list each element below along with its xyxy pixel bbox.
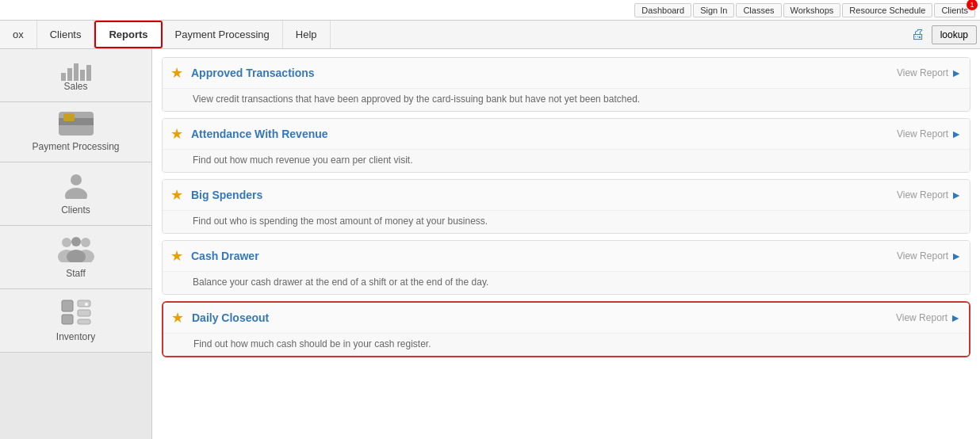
sidebar-item-staff[interactable]: Staff: [0, 226, 151, 289]
svg-point-3: [71, 174, 82, 185]
chevron-right-icon: ►: [951, 250, 962, 262]
sidebar-label-staff: Staff: [66, 268, 85, 279]
view-report-link[interactable]: View Report ►: [897, 189, 962, 201]
report-row-approved-transactions: ★ Approved Transactions View Report ► Vi…: [162, 57, 970, 112]
clients-icon: [59, 172, 94, 201]
main-nav: ox Clients Reports Payment Processing He…: [0, 21, 980, 49]
report-description: Find out how much revenue you earn per c…: [163, 150, 970, 172]
chevron-right-icon: ►: [951, 67, 962, 79]
star-icon[interactable]: ★: [170, 247, 183, 265]
report-header: ★ Daily Closeout View Report ►: [163, 303, 969, 334]
classes-button[interactable]: Classes: [736, 3, 781, 17]
sidebar-item-inventory[interactable]: Inventory: [0, 289, 151, 353]
svg-point-5: [62, 238, 71, 247]
dashboard-button[interactable]: Dashboard: [634, 3, 691, 17]
top-bar: Dashboard Sign In Classes Workshops Reso…: [0, 0, 980, 21]
nav-item-reports[interactable]: Reports: [94, 21, 162, 48]
sidebar-item-clients[interactable]: Clients: [0, 162, 151, 226]
sidebar: Sales Payment Processing Clients: [0, 49, 152, 439]
nav-item-help[interactable]: Help: [283, 21, 331, 48]
chevron-right-icon: ►: [951, 189, 962, 201]
print-icon[interactable]: 🖨: [911, 26, 925, 43]
nav-item-clients[interactable]: Clients: [37, 21, 95, 48]
inventory-icon: [60, 299, 92, 328]
report-title[interactable]: Daily Closeout: [192, 311, 896, 324]
view-report-link[interactable]: View Report ►: [897, 67, 962, 79]
report-header: ★ Big Spenders View Report ►: [163, 180, 970, 211]
svg-rect-15: [78, 319, 90, 324]
resource-schedule-button[interactable]: Resource Schedule: [842, 3, 932, 17]
workshops-button[interactable]: Workshops: [783, 3, 841, 17]
sidebar-label-sales: Sales: [63, 81, 87, 92]
report-header: ★ Approved Transactions View Report ►: [163, 58, 970, 89]
sidebar-label-clients: Clients: [61, 204, 90, 216]
report-title[interactable]: Big Spenders: [191, 189, 897, 201]
signin-button[interactable]: Sign In: [693, 3, 734, 17]
report-description: View credit transactions that have been …: [163, 89, 970, 111]
report-row-daily-closeout: ★ Daily Closeout View Report ► Find out …: [162, 301, 970, 357]
svg-point-7: [81, 238, 90, 247]
lookup-button[interactable]: lookup: [932, 25, 977, 44]
notification-badge: 1: [967, 0, 978, 10]
sales-icon: [61, 59, 91, 81]
report-header: ★ Cash Drawer View Report ►: [163, 241, 970, 272]
cc-icon: [59, 112, 94, 138]
view-report-link[interactable]: View Report ►: [896, 311, 961, 324]
report-title[interactable]: Cash Drawer: [191, 250, 897, 262]
star-icon[interactable]: ★: [170, 64, 183, 82]
report-title[interactable]: Approved Transactions: [191, 67, 897, 79]
sidebar-item-payment-processing[interactable]: Payment Processing: [0, 102, 151, 162]
top-nav-right: Dashboard Sign In Classes Workshops Reso…: [634, 3, 975, 17]
layout: Sales Payment Processing Clients: [0, 49, 980, 439]
svg-rect-11: [62, 300, 73, 311]
report-header: ★ Attendance With Revenue View Report ►: [163, 119, 970, 150]
nav-item-ox[interactable]: ox: [0, 21, 37, 48]
sidebar-label-payment: Payment Processing: [32, 141, 119, 152]
nav-item-payment-processing[interactable]: Payment Processing: [163, 21, 283, 48]
svg-rect-13: [78, 300, 90, 307]
star-icon[interactable]: ★: [170, 186, 183, 204]
main-content: ★ Approved Transactions View Report ► Vi…: [152, 49, 980, 439]
star-icon[interactable]: ★: [171, 309, 184, 326]
svg-rect-14: [78, 310, 90, 316]
svg-point-4: [65, 188, 87, 199]
svg-rect-12: [62, 315, 73, 324]
report-row-big-spenders: ★ Big Spenders View Report ► Find out wh…: [162, 179, 970, 234]
report-row-cash-drawer: ★ Cash Drawer View Report ► Balance your…: [162, 240, 970, 295]
sidebar-item-sales[interactable]: Sales: [0, 49, 151, 102]
view-report-link[interactable]: View Report ►: [897, 128, 962, 140]
reports-container: ★ Approved Transactions View Report ► Vi…: [162, 57, 970, 357]
svg-point-16: [85, 303, 88, 306]
staff-icon: [56, 235, 97, 265]
report-description: Balance your cash drawer at the end of a…: [163, 272, 970, 294]
chevron-right-icon: ►: [950, 311, 961, 324]
star-icon[interactable]: ★: [170, 125, 183, 143]
svg-rect-2: [63, 113, 75, 121]
svg-point-9: [71, 237, 81, 246]
report-description: Find out how much cash should be in your…: [163, 334, 969, 356]
sidebar-label-inventory: Inventory: [56, 331, 95, 342]
view-report-link[interactable]: View Report ►: [897, 250, 962, 262]
report-title[interactable]: Attendance With Revenue: [191, 128, 897, 140]
chevron-right-icon: ►: [951, 128, 962, 140]
clients-topnav-button[interactable]: Clients 1: [934, 3, 975, 17]
report-row-attendance-with-revenue: ★ Attendance With Revenue View Report ► …: [162, 118, 970, 173]
report-description: Find out who is spending the most amount…: [163, 211, 970, 233]
